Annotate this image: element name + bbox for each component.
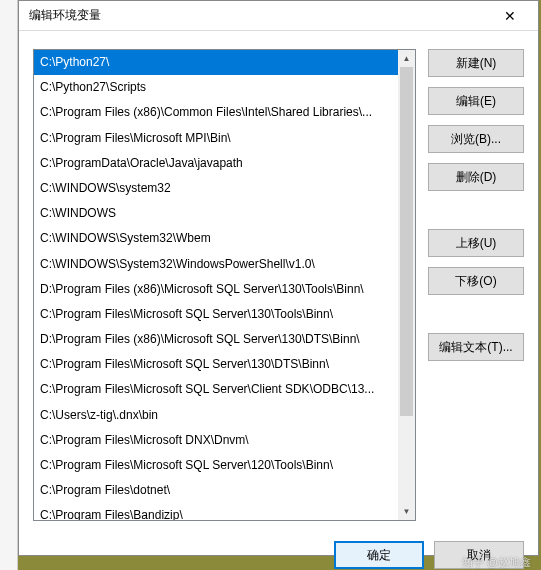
list-item[interactable]: C:\Python27\Scripts [34,75,398,100]
list-item[interactable]: D:\Program Files (x86)\Microsoft SQL Ser… [34,277,398,302]
background-window-edge [0,0,18,570]
list-item[interactable]: C:\WINDOWS [34,201,398,226]
list-item[interactable]: C:\Program Files\Bandizip\ [34,503,398,520]
move-down-button[interactable]: 下移(O) [428,267,524,295]
scroll-down-icon[interactable]: ▼ [398,503,415,520]
list-item[interactable]: C:\Program Files\Microsoft SQL Server\12… [34,453,398,478]
button-sidebar: 新建(N) 编辑(E) 浏览(B)... 删除(D) 上移(U) 下移(O) 编… [428,49,524,521]
list-item[interactable]: C:\Program Files\Microsoft SQL Server\13… [34,352,398,377]
close-icon: ✕ [504,8,516,24]
list-item[interactable]: C:\Program Files\Microsoft MPI\Bin\ [34,126,398,151]
edit-text-button[interactable]: 编辑文本(T)... [428,333,524,361]
new-button[interactable]: 新建(N) [428,49,524,77]
delete-button[interactable]: 删除(D) [428,163,524,191]
edit-button[interactable]: 编辑(E) [428,87,524,115]
edit-env-var-dialog: 编辑环境变量 ✕ C:\Python27\ C:\Python27\Script… [18,0,539,556]
list-item[interactable]: C:\WINDOWS\System32\Wbem [34,226,398,251]
list-item[interactable]: D:\Program Files (x86)\Microsoft SQL Ser… [34,327,398,352]
browse-button[interactable]: 浏览(B)... [428,125,524,153]
path-listbox[interactable]: C:\Python27\ C:\Python27\Scripts C:\Prog… [33,49,416,521]
list-item[interactable]: C:\ProgramData\Oracle\Java\javapath [34,151,398,176]
list-item[interactable]: C:\Program Files (x86)\Common Files\Inte… [34,100,398,125]
close-button[interactable]: ✕ [490,5,530,27]
move-up-button[interactable]: 上移(U) [428,229,524,257]
list-item[interactable]: C:\Program Files\Microsoft SQL Server\Cl… [34,377,398,402]
list-item[interactable]: C:\WINDOWS\system32 [34,176,398,201]
list-inner: C:\Python27\ C:\Python27\Scripts C:\Prog… [34,50,398,520]
scrollbar[interactable]: ▲ ▼ [398,50,415,520]
list-item[interactable]: C:\Users\z-tig\.dnx\bin [34,403,398,428]
watermark: 知乎 @赵旭鑫 [462,555,531,570]
list-item[interactable]: C:\Program Files\dotnet\ [34,478,398,503]
scroll-track[interactable] [398,67,415,503]
desktop-strip: 知乎 @赵旭鑫 [0,556,541,570]
list-item[interactable]: C:\Python27\ [34,50,398,75]
list-item[interactable]: C:\Program Files\Microsoft SQL Server\13… [34,302,398,327]
list-item[interactable]: C:\WINDOWS\System32\WindowsPowerShell\v1… [34,252,398,277]
list-item[interactable]: C:\Program Files\Microsoft DNX\Dnvm\ [34,428,398,453]
dialog-content: C:\Python27\ C:\Python27\Scripts C:\Prog… [19,31,538,531]
titlebar: 编辑环境变量 ✕ [19,1,538,31]
window-title: 编辑环境变量 [29,7,101,24]
scroll-thumb[interactable] [400,67,413,416]
scroll-up-icon[interactable]: ▲ [398,50,415,67]
